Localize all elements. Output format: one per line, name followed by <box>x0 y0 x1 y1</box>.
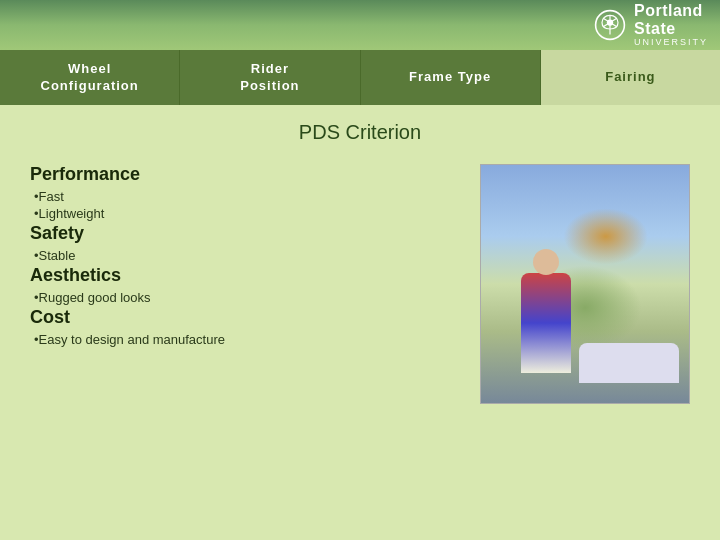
psu-logo-icon <box>594 9 626 41</box>
page-title: PDS Criterion <box>30 121 690 144</box>
section-safety-title: Safety <box>30 223 460 244</box>
nav-item-frame-type[interactable]: Frame Type <box>361 50 541 105</box>
psu-portland: Portland <box>634 2 708 20</box>
item-rugged: •Rugged good looks <box>30 290 460 305</box>
psu-state: State <box>634 20 708 38</box>
psu-logo-text: Portland State UNIVERSITY <box>634 2 708 47</box>
header-top: Portland State UNIVERSITY <box>0 0 720 50</box>
section-cost: Cost •Easy to design and manufacture <box>30 307 460 347</box>
section-aesthetics: Aesthetics •Rugged good looks <box>30 265 460 305</box>
item-lightweight: •Lightweight <box>30 206 460 221</box>
section-performance: Performance •Fast •Lightweight <box>30 164 460 221</box>
photo-head-shape <box>533 249 559 275</box>
nav-item-wheel-config[interactable]: WheelConfiguration <box>0 50 180 105</box>
section-performance-title: Performance <box>30 164 460 185</box>
criteria-list: Performance •Fast •Lightweight Safety •S… <box>30 164 460 349</box>
rider-photo <box>480 164 690 404</box>
psu-university: UNIVERSITY <box>634 38 708 48</box>
svg-point-1 <box>607 19 613 25</box>
photo-person-shape <box>521 273 571 373</box>
psu-logo: Portland State UNIVERSITY <box>594 2 708 47</box>
content-area: Performance •Fast •Lightweight Safety •S… <box>30 164 690 404</box>
section-cost-title: Cost <box>30 307 460 328</box>
item-fast: •Fast <box>30 189 460 204</box>
nav-bar: WheelConfiguration RiderPosition Frame T… <box>0 50 720 105</box>
nav-item-fairing[interactable]: Fairing <box>541 50 720 105</box>
photo-car-shape <box>579 343 679 383</box>
item-easy-design: •Easy to design and manufacture <box>30 332 460 347</box>
item-stable: •Stable <box>30 248 460 263</box>
nav-item-rider-position[interactable]: RiderPosition <box>180 50 360 105</box>
section-aesthetics-title: Aesthetics <box>30 265 460 286</box>
main-content: PDS Criterion Performance •Fast •Lightwe… <box>0 105 720 540</box>
section-safety: Safety •Stable <box>30 223 460 263</box>
